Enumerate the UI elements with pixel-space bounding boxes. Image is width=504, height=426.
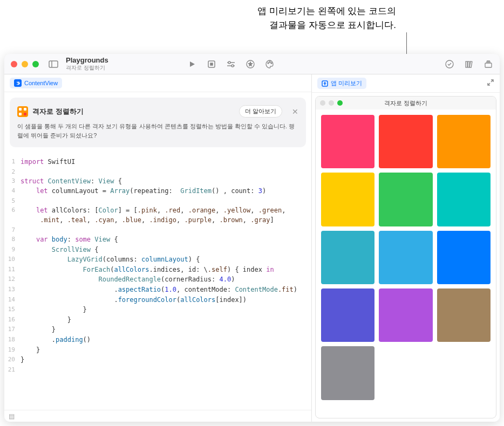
maximize-button[interactable] — [32, 61, 39, 67]
annotation-callout: 앱 미리보기는 왼쪽에 있는 코드의 결과물을 자동으로 표시합니다. — [257, 4, 396, 32]
svg-rect-18 — [17, 106, 28, 117]
checkmark-icon[interactable] — [445, 59, 454, 69]
code-text[interactable]: ForEach(allColors.indices, id: \.self) {… — [21, 265, 274, 275]
play-icon[interactable] — [187, 59, 197, 69]
minimize-button[interactable] — [22, 61, 28, 67]
code-line[interactable]: 9 ScrollView { — [4, 245, 311, 255]
title-block: Playgrounds 격자로 정렬하기 — [66, 56, 108, 72]
code-text[interactable]: } — [21, 325, 56, 335]
svg-rect-22 — [24, 113, 26, 115]
code-line[interactable]: 3struct ContentView: View { — [4, 176, 311, 187]
palette-icon[interactable] — [265, 59, 275, 69]
star-icon[interactable] — [246, 59, 255, 69]
preview-close-dot[interactable] — [320, 100, 325, 106]
code-text[interactable]: RoundedRectangle(cornerRadius: 4.0) — [21, 274, 235, 285]
code-line[interactable]: 2 — [4, 167, 311, 176]
code-text[interactable]: } — [21, 345, 40, 355]
line-number: 16 — [4, 315, 21, 325]
stack-icon[interactable] — [483, 59, 493, 69]
svg-rect-13 — [466, 61, 467, 67]
code-line[interactable]: 10 LazyVGrid(columns: columnLayout) { — [4, 255, 311, 265]
line-number: 21 — [4, 365, 21, 374]
code-line[interactable]: 19 } — [4, 345, 311, 355]
doc-icon[interactable]: ▤ — [9, 413, 15, 420]
editor-pane: ContentView 격자로 정렬하기 더 알아보기 ✕ 이 샘플을 통해 두… — [4, 74, 312, 422]
code-line[interactable]: 5 — [4, 196, 311, 205]
app-title: Playgrounds — [66, 56, 108, 64]
svg-point-9 — [268, 63, 269, 64]
learn-more-button[interactable]: 더 알아보기 — [239, 105, 282, 118]
code-line[interactable]: 16 } — [4, 315, 311, 325]
code-line[interactable]: 7 — [4, 225, 311, 235]
color-grid — [316, 109, 496, 418]
stop-icon[interactable] — [207, 59, 216, 69]
grid-lesson-icon — [17, 106, 28, 117]
app-window: Playgrounds 격자로 정렬하기 ContentView — [4, 54, 500, 422]
color-swatch — [437, 288, 491, 342]
line-number — [4, 215, 21, 225]
code-line[interactable]: 15 } — [4, 305, 311, 315]
code-line[interactable]: 8 var body: some View { — [4, 235, 311, 245]
svg-point-10 — [269, 61, 270, 63]
svg-point-12 — [446, 60, 453, 68]
code-line[interactable]: 14 .foregroundColor(allColors[index]) — [4, 295, 311, 305]
code-line[interactable]: 11 ForEach(allColors.indices, id: \.self… — [4, 265, 311, 275]
svg-rect-3 — [210, 63, 213, 65]
code-text[interactable]: let columnLayout = Array(repeating: Grid… — [21, 186, 266, 196]
line-number: 8 — [4, 235, 21, 245]
code-text[interactable]: let allColors: [Color] = [.pink, .red, .… — [21, 205, 285, 216]
preview-min-dot[interactable] — [329, 100, 334, 106]
code-line[interactable]: 17 } — [4, 325, 311, 335]
svg-rect-15 — [469, 61, 472, 67]
library-icon[interactable] — [464, 59, 474, 69]
code-line[interactable]: 1import SwiftUI — [4, 157, 311, 167]
sliders-icon[interactable] — [226, 59, 236, 69]
code-line[interactable]: 20} — [4, 355, 311, 365]
line-number: 13 — [4, 285, 21, 295]
sidebar-toggle-icon[interactable] — [49, 59, 58, 69]
code-line[interactable]: 21 — [4, 365, 311, 374]
color-swatch — [321, 173, 374, 226]
code-line[interactable]: 12 RoundedRectangle(cornerRadius: 4.0) — [4, 274, 311, 285]
expand-icon[interactable] — [487, 79, 494, 88]
preview-tab[interactable]: 앱 미리보기 — [317, 78, 366, 89]
close-button[interactable] — [11, 61, 17, 67]
code-line[interactable]: 13 .aspectRatio(1.0, contentMode: Conten… — [4, 285, 311, 295]
code-line[interactable]: 4 let columnLayout = Array(repeating: Gr… — [4, 186, 311, 196]
code-line[interactable]: 6 let allColors: [Color] = [.pink, .red,… — [4, 205, 311, 216]
code-text[interactable]: } — [21, 315, 71, 325]
annotation-line1: 앱 미리보기는 왼쪽에 있는 코드의 — [257, 4, 396, 18]
code-text[interactable]: .foregroundColor(allColors[index]) — [21, 295, 247, 305]
color-swatch — [379, 173, 432, 226]
svg-rect-14 — [468, 61, 469, 67]
color-swatch — [379, 115, 432, 168]
code-text[interactable]: } — [21, 305, 87, 315]
code-text[interactable]: } — [21, 355, 24, 365]
preview-tab-label: 앱 미리보기 — [331, 79, 362, 87]
code-text[interactable]: struct ContentView: View { — [21, 176, 122, 187]
code-text[interactable]: .mint, .teal, .cyan, .blue, .indigo, .pu… — [21, 215, 274, 225]
code-text[interactable]: .padding() — [21, 335, 91, 345]
app-subtitle: 격자로 정렬하기 — [66, 64, 108, 72]
svg-rect-19 — [19, 108, 22, 111]
code-line[interactable]: .mint, .teal, .cyan, .blue, .indigo, .pu… — [4, 215, 311, 225]
traffic-lights — [11, 61, 39, 67]
code-line[interactable]: 18 .padding() — [4, 335, 311, 345]
close-icon[interactable]: ✕ — [292, 107, 298, 116]
preview-max-dot[interactable] — [337, 100, 343, 106]
code-text[interactable]: import SwiftUI — [21, 157, 75, 167]
preview-pane: 앱 미리보기 격자로 정렬하기 — [312, 74, 500, 422]
code-text[interactable]: .aspectRatio(1.0, contentMode: ContentMo… — [21, 285, 297, 295]
color-swatch — [437, 173, 491, 226]
line-number: 10 — [4, 255, 21, 265]
code-text[interactable]: var body: some View { — [21, 235, 118, 245]
info-header: 격자로 정렬하기 더 알아보기 ✕ — [17, 105, 298, 118]
toolbar-right — [445, 59, 493, 69]
breadcrumb-file[interactable]: ContentView — [10, 78, 62, 88]
code-text[interactable]: ScrollView { — [21, 245, 99, 255]
code-editor[interactable]: 1import SwiftUI23struct ContentView: Vie… — [4, 153, 311, 410]
code-text[interactable]: LazyVGrid(columns: columnLayout) { — [21, 255, 200, 265]
line-number: 17 — [4, 325, 21, 335]
titlebar: Playgrounds 격자로 정렬하기 — [4, 54, 500, 74]
svg-point-7 — [231, 65, 234, 67]
